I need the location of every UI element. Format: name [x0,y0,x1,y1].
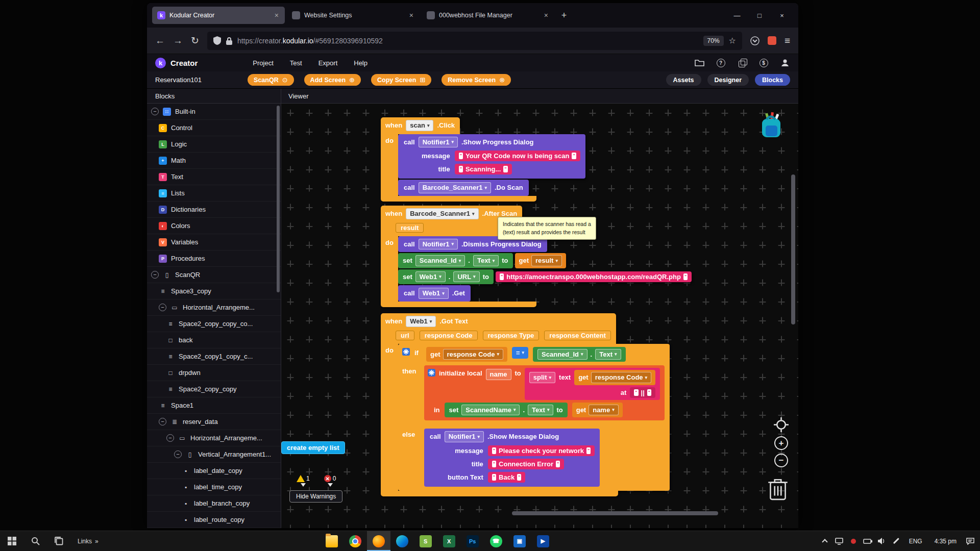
tree-item-variables[interactable]: − V Variables [147,234,281,251]
account-icon[interactable] [780,58,790,68]
event-param-url[interactable]: url [396,331,414,340]
component-dropdown[interactable]: Notifier1▾ [419,137,458,148]
collapse-icon[interactable]: − [159,304,166,311]
remove-screen-button[interactable]: Remove Screen⊗ [442,74,511,86]
tray-expand-icon[interactable] [820,537,829,546]
component-dropdown[interactable]: scan▾ [406,120,433,131]
tree-item-horizontal-arrangeme[interactable]: − ▭ Horizontal_Arrangeme... [147,299,281,316]
support-icon[interactable]: ? [716,58,726,68]
taskbar-app-chrome[interactable] [344,531,367,551]
menu-hamburger-icon[interactable]: ≡ [785,36,790,45]
task-view-icon[interactable] [47,531,70,551]
if-then-else-block[interactable]: if get response Code▾ =▾ Scanned_Id▾ . [398,344,670,491]
component-dropdown[interactable]: Notifier1▾ [445,431,484,442]
reload-icon[interactable]: ↻ [191,36,199,45]
tree-item-dictionaries[interactable]: − D Dictionaries [147,202,281,218]
component-dropdown[interactable]: Web1▾ [419,288,449,299]
tree-item-colors[interactable]: − ◐ Colors [147,218,281,234]
text-string-block[interactable]: "Please check your network" [488,445,595,456]
property-dropdown[interactable]: URL▾ [453,271,479,283]
forward-icon[interactable]: → [173,36,183,45]
text-string-block[interactable]: "Your QR Code now is being scan" [455,151,580,161]
block-when-scan-click[interactable]: when scan▾ .Click do call Notifier1▾ [381,117,585,202]
call-show-progress-dialog-block[interactable]: call Notifier1▾ .Show Progress Dialog me… [398,134,585,179]
designer-button[interactable]: Designer [707,74,749,86]
tree-item-label-date-copy[interactable]: − ▪ label_date_copy [147,463,281,479]
collapse-icon[interactable]: − [151,271,159,279]
tree-item-built-in[interactable]: − ∷ Built-in [147,104,281,120]
start-button[interactable] [0,531,23,551]
vertical-scrollbar[interactable] [791,174,795,324]
pocket-icon[interactable] [750,36,760,45]
set-property-block[interactable]: set Scanned_Id▾ . Text▾ to [398,253,513,268]
taskbar-app-file-explorer[interactable] [320,531,344,551]
extension-icon[interactable] [768,36,776,45]
error-counter[interactable]: ✕0 [324,475,336,487]
taskbar-app-edge[interactable] [390,531,414,551]
when-block-header[interactable]: when scan▾ .Click [381,117,460,134]
event-param-response-code[interactable]: response Code [420,331,478,340]
sidebar-scrollbar[interactable] [277,106,280,292]
create-empty-list-block[interactable]: create empty list [281,441,345,454]
tree-item-lists[interactable]: − ≡ Lists [147,185,281,202]
clock[interactable]: 4:35 pm [930,538,961,545]
when-block-header[interactable]: when Web1▾ .Got Text url response Code r… [381,313,616,344]
url-string-block[interactable]: "https://amoectranspo.000webhostapp.com/… [496,271,692,282]
monetization-icon[interactable]: $ [758,58,769,68]
collapse-icon[interactable]: − [159,418,166,425]
tab-000webhost-file-manager[interactable]: 000webhost File Manager × [422,7,554,24]
shield-icon[interactable] [213,36,221,45]
property-dropdown[interactable]: Text▾ [595,349,621,360]
tab-website-settings[interactable]: Website Settings × [287,7,420,24]
zoom-badge[interactable]: 70% [703,36,724,46]
property-dropdown[interactable]: Text▾ [528,405,553,416]
folder-icon[interactable] [694,58,704,68]
maximize-button[interactable]: □ [748,7,771,24]
bookmark-star-icon[interactable]: ☆ [729,36,736,45]
tree-item-vertical-arrangement1[interactable]: − ▯ Vertical_Arrangement1... [147,446,281,463]
tab-close-icon[interactable]: × [408,11,414,19]
call-show-message-dialog-block[interactable]: call Notifier1▾ .Show Message Dialog mes… [424,429,600,487]
set-property-block[interactable]: set Web1▾ . URL▾ to [398,269,494,285]
menu-project[interactable]: Project [253,59,273,67]
links-toolbar[interactable]: Links» [70,531,106,551]
tree-item-reserv-data[interactable]: − ≣ reserv_data [147,414,281,430]
zoom-out-button[interactable]: − [774,454,788,467]
new-tab-button[interactable]: + [556,8,572,23]
text-string-block[interactable]: "Connection Error" [488,459,564,469]
call-do-scan-block[interactable]: call Barcode_Scanner1▾ .Do Scan [398,180,529,196]
tree-item-back[interactable]: − □ back [147,332,281,348]
search-icon[interactable] [23,531,47,551]
hide-warnings-button[interactable]: Hide Warnings [289,490,342,503]
tree-item-drpdwn[interactable]: − □ drpdwn [147,365,281,381]
component-dropdown[interactable]: Notifier1▾ [419,239,458,250]
tab-close-icon[interactable]: × [543,11,549,19]
tray-pen-icon[interactable] [892,537,901,546]
tree-item-text[interactable]: − T Text [147,169,281,185]
menu-help[interactable]: Help [354,59,368,67]
taskbar-app-photoshop[interactable]: Ps [461,531,484,551]
kodular-logo[interactable]: k [155,58,166,68]
tree-item-control[interactable]: − C Control [147,120,281,136]
lock-icon[interactable] [226,37,232,45]
event-param-response-type[interactable]: response Type [483,331,540,340]
tree-item-label-time-copy[interactable]: − ▪ label_time_copy [147,479,281,495]
collapse-icon[interactable]: − [174,450,182,458]
back-icon[interactable]: ← [155,36,165,45]
set-property-block[interactable]: set ScannedName▾ . Text▾ to [445,403,568,418]
component-dropdown[interactable]: Barcode_Scanner1▾ [406,208,478,219]
variable-dropdown[interactable]: response Code▾ [443,349,503,360]
backpack-icon[interactable] [755,112,787,141]
event-param-result[interactable]: result [396,223,424,233]
warning-counter[interactable]: 1 [297,475,310,487]
component-dropdown[interactable]: Web1▾ [415,271,446,283]
get-variable-block[interactable]: get name▾ [572,403,623,418]
variable-dropdown[interactable]: name▾ [589,405,619,416]
component-dropdown[interactable]: Scanned_Id▾ [537,349,587,360]
variable-dropdown[interactable]: result▾ [531,255,562,266]
recenter-crosshair-icon[interactable] [773,417,789,435]
zoom-in-button[interactable]: + [774,436,788,450]
taskbar-app-excel[interactable]: X [437,531,461,551]
library-icon[interactable] [737,58,747,68]
split-op-dropdown[interactable]: split▾ [529,372,555,383]
